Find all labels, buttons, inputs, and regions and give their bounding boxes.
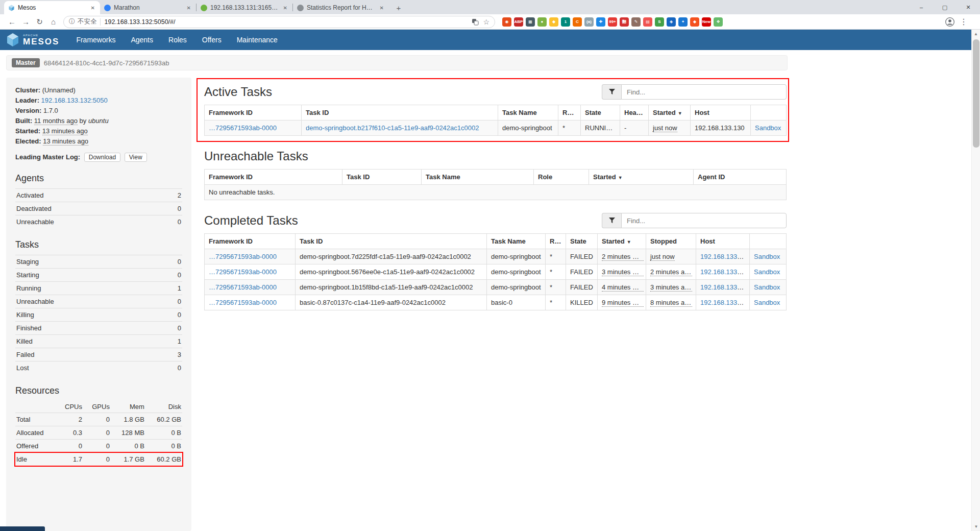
forward-icon[interactable]: → — [19, 17, 33, 26]
col-started[interactable]: Started▼ — [598, 234, 646, 249]
col-sandbox[interactable] — [750, 234, 787, 249]
extension-icon[interactable]: 1 — [561, 17, 570, 27]
res-cpus: 0 — [56, 440, 83, 453]
col-framework-id[interactable]: Framework ID — [205, 170, 342, 185]
extension-icon[interactable]: (a) — [584, 17, 594, 27]
col-task-id[interactable]: Task ID — [296, 234, 487, 249]
task-id-link[interactable]: demo-springboot.b217f610-c1a5-11e9-aaf9-… — [306, 124, 479, 132]
filter-icon[interactable] — [602, 84, 621, 100]
tab-mesos[interactable]: Mesos ✕ — [4, 1, 100, 14]
address-bar[interactable]: ⓘ 不安全 192.168.133.132:5050/#/ ☆ — [63, 16, 495, 28]
extension-icon[interactable]: ✚ — [596, 17, 605, 27]
tab-close-icon[interactable]: ✕ — [282, 4, 288, 12]
task-state: KILLED — [566, 295, 598, 310]
framework-id-link[interactable]: …7295671593ab-0000 — [209, 124, 277, 132]
extension-icon[interactable]: ◆ — [549, 17, 558, 27]
leader-link[interactable]: 192.168.133.132:5050 — [41, 96, 108, 104]
host-link[interactable]: 192.168.133.130 — [700, 299, 750, 306]
col-started[interactable]: Started▼ — [649, 105, 691, 120]
tab-haproxy-stats[interactable]: Statistics Report for HAProxy ✕ — [293, 1, 389, 14]
host-link[interactable]: 192.168.133.130 — [700, 268, 750, 276]
view-log-button[interactable]: View — [125, 153, 147, 162]
nav-item-offers[interactable]: Offers — [194, 30, 229, 50]
extension-icon[interactable]: ▤ — [643, 17, 652, 27]
extension-icon[interactable]: ▦ — [526, 17, 535, 27]
col-task-name[interactable]: Task Name — [498, 105, 558, 120]
extension-icon[interactable]: S — [655, 17, 664, 27]
extension-icon[interactable]: 99+ — [608, 17, 617, 27]
sandbox-link[interactable]: Sandbox — [754, 253, 780, 260]
framework-id-link[interactable]: …7295671593ab-0000 — [209, 253, 277, 260]
extension-icon[interactable]: ✦ — [678, 17, 688, 27]
col-health[interactable]: Health — [620, 105, 649, 120]
extension-icon[interactable]: New — [702, 17, 711, 27]
bookmark-star-icon[interactable]: ☆ — [483, 18, 489, 26]
col-task-id[interactable]: Task ID — [342, 170, 422, 185]
browser-menu-icon[interactable]: ⋮ — [960, 17, 968, 27]
extension-icon[interactable]: ABP — [514, 17, 523, 27]
nav-item-agents[interactable]: Agents — [123, 30, 161, 50]
col-host[interactable]: Host — [691, 105, 751, 120]
col-task-id[interactable]: Task ID — [302, 105, 498, 120]
col-task-name[interactable]: Task Name — [422, 170, 534, 185]
col-role[interactable]: Role — [534, 170, 589, 185]
nav-item-roles[interactable]: Roles — [161, 30, 194, 50]
home-icon[interactable]: ⌂ — [46, 17, 60, 26]
new-tab-button[interactable]: + — [392, 2, 405, 14]
avatar[interactable] — [945, 17, 954, 27]
reload-icon[interactable]: ↻ — [33, 17, 46, 27]
sandbox-link[interactable]: Sandbox — [754, 268, 780, 276]
scroll-down-icon[interactable]: ▼ — [972, 522, 980, 531]
minimize-button[interactable]: – — [910, 0, 933, 14]
filter-icon[interactable] — [602, 213, 621, 228]
haproxy-favicon — [297, 5, 304, 11]
close-button[interactable]: ✕ — [957, 0, 980, 14]
info-icon[interactable]: ⓘ — [69, 17, 75, 26]
col-framework-id[interactable]: Framework ID — [205, 105, 302, 120]
extension-icon[interactable]: ✎ — [631, 17, 641, 27]
tab-close-icon[interactable]: ✕ — [186, 4, 192, 12]
extension-icon[interactable]: ◉ — [502, 17, 511, 27]
find-input[interactable] — [621, 84, 787, 100]
mesos-brand[interactable]: APACHE MESOS — [6, 33, 59, 47]
nav-item-frameworks[interactable]: Frameworks — [68, 30, 123, 50]
host-link[interactable]: 192.168.133.130 — [700, 283, 750, 291]
extension-icon[interactable]: ◈ — [667, 17, 676, 27]
framework-id-link[interactable]: …7295671593ab-0000 — [209, 283, 277, 291]
col-started[interactable]: Started▼ — [589, 170, 694, 185]
scrollbar-thumb[interactable] — [973, 39, 979, 148]
col-framework-id[interactable]: Framework ID — [205, 234, 296, 249]
col-task-name[interactable]: Task Name — [487, 234, 546, 249]
extension-icon[interactable]: 翻 — [620, 17, 629, 27]
col-role[interactable]: Role — [558, 105, 581, 120]
tab-close-icon[interactable]: ✕ — [90, 4, 96, 12]
col-host[interactable]: Host — [696, 234, 750, 249]
framework-id-link[interactable]: …7295671593ab-0000 — [209, 299, 277, 306]
back-icon[interactable]: ← — [5, 17, 19, 26]
tab-marathon[interactable]: Marathon ✕ — [100, 1, 196, 14]
download-log-button[interactable]: Download — [84, 153, 120, 162]
col-state[interactable]: State — [581, 105, 620, 120]
sandbox-link[interactable]: Sandbox — [754, 299, 780, 306]
extension-icon[interactable]: C — [573, 17, 582, 27]
nav-item-maintenance[interactable]: Maintenance — [229, 30, 285, 50]
tab-close-icon[interactable]: ✕ — [379, 4, 385, 12]
host-link[interactable]: 192.168.133.131 — [700, 253, 750, 260]
sandbox-link[interactable]: Sandbox — [754, 283, 780, 291]
col-role[interactable]: Role — [546, 234, 566, 249]
scroll-up-icon[interactable]: ▲ — [972, 30, 980, 38]
col-stopped[interactable]: Stopped — [646, 234, 696, 249]
translate-icon[interactable] — [472, 18, 479, 26]
res-disk: 60.2 GB — [145, 453, 182, 466]
framework-id-link[interactable]: …7295671593ab-0000 — [209, 268, 277, 276]
extension-icon[interactable]: ● — [537, 17, 547, 27]
maximize-button[interactable]: ▢ — [933, 0, 957, 14]
col-sandbox[interactable] — [751, 105, 787, 120]
col-agent-id[interactable]: Agent ID — [694, 170, 787, 185]
tab-spring-hello[interactable]: 192.168.133.131:31657/hello ✕ — [197, 1, 292, 14]
sandbox-link[interactable]: Sandbox — [755, 124, 781, 132]
extension-icon[interactable]: ◆ — [690, 17, 699, 27]
extension-icon[interactable]: ❖ — [714, 17, 723, 27]
col-state[interactable]: State — [566, 234, 598, 249]
find-input[interactable] — [621, 213, 787, 228]
